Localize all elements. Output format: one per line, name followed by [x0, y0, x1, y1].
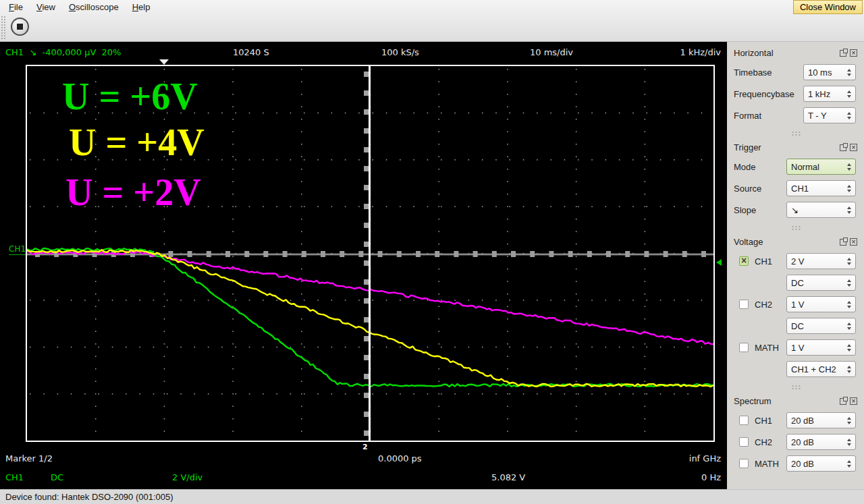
ch1-spinbox[interactable]: 20 dB [786, 412, 856, 428]
trigger-slope-icon: ↘ [29, 47, 36, 57]
ch2-checkbox[interactable] [739, 437, 749, 447]
ch1-ch2-spinbox[interactable]: CH1 + CH2 [786, 361, 856, 377]
scope-footer-markers: Marker 1/2 0.0000 ps inf GHz [0, 453, 727, 466]
source-spinbox[interactable]: CH1 [786, 180, 856, 196]
section-trigger: TriggerModeNormalSourceCH1Slope↘ [727, 136, 864, 219]
undock-icon[interactable] [840, 239, 846, 246]
spinbox-value: DC [787, 278, 845, 288]
spin-down-icon[interactable] [847, 422, 851, 424]
spin-up-icon[interactable] [847, 258, 851, 260]
spin-down-icon[interactable] [847, 95, 851, 98]
spin-up-icon[interactable] [847, 206, 851, 209]
spin-up-icon[interactable] [847, 366, 851, 368]
mode-spinbox[interactable]: Normal [786, 159, 856, 175]
panel-row: DC [734, 317, 856, 335]
row-label: Frequencybase [734, 89, 803, 99]
math-checkbox[interactable] [739, 459, 749, 468]
section-spectrum: SpectrumCH120 dBCH220 dBMATH20 dB [727, 390, 864, 472]
spin-up-icon[interactable] [847, 417, 851, 420]
spin-up-icon[interactable] [847, 301, 851, 304]
status-text: Device found: Hantek DSO-2090 (001:005) [5, 492, 173, 502]
panel-row: CH120 dB [734, 412, 856, 429]
spin-down-icon[interactable] [847, 443, 851, 446]
close-section-icon[interactable] [850, 144, 857, 151]
scope-timebase-readout: 10 ms/div [530, 47, 573, 57]
ch1-checkbox[interactable] [739, 416, 749, 425]
ch1-spinbox[interactable]: 2 V [786, 253, 856, 269]
panel-row: CH220 dB [734, 433, 856, 451]
math-spinbox[interactable]: 20 dB [786, 455, 856, 472]
dc-spinbox[interactable]: DC [786, 275, 856, 291]
toolbar [0, 13, 864, 41]
scope-offset-readout: -400,000 µV [43, 47, 97, 57]
spin-down-icon[interactable] [847, 262, 851, 265]
undock-icon[interactable] [840, 144, 846, 151]
spin-up-icon[interactable] [847, 344, 851, 347]
spinbox-value: 1 kHz [804, 89, 845, 99]
frequencybase-spinbox[interactable]: 1 kHz [803, 86, 856, 102]
spin-up-icon[interactable] [847, 185, 851, 188]
spin-up-icon[interactable] [847, 460, 851, 463]
spin-up-icon[interactable] [847, 439, 851, 441]
spin-down-icon[interactable] [847, 349, 851, 352]
dc-spinbox[interactable]: DC [786, 318, 856, 334]
math-spinbox[interactable]: 1 V [786, 339, 856, 356]
panel-row: CH12 V [734, 252, 856, 270]
menu-item-view[interactable]: View [36, 2, 55, 12]
spin-down-icon[interactable] [847, 327, 851, 330]
marker-line [369, 66, 371, 441]
row-label: Source [734, 184, 786, 194]
marker-2-tag[interactable]: 2 [362, 443, 368, 451]
panel-row: Slope↘ [734, 201, 856, 219]
ch1-checkbox[interactable] [739, 256, 749, 266]
spinbox-value: 2 V [787, 256, 845, 267]
channel-level-tag[interactable]: CH1 [9, 244, 26, 255]
spin-up-icon[interactable] [847, 323, 851, 325]
toolbar-grip-handle[interactable] [1, 16, 6, 39]
panel-row: DC [734, 274, 856, 291]
undock-icon[interactable] [840, 50, 846, 57]
spinbox-value: 20 dB [787, 459, 845, 469]
spin-up-icon[interactable] [847, 279, 851, 282]
trigger-level-arrow-icon[interactable] [716, 259, 722, 266]
format-spinbox[interactable]: T - Y [803, 107, 856, 123]
marker-frequency-readout: inf GHz [689, 453, 721, 464]
undock-icon[interactable] [840, 398, 846, 405]
spin-up-icon[interactable] [847, 112, 851, 115]
close-section-icon[interactable] [850, 49, 857, 57]
spin-down-icon[interactable] [847, 117, 851, 119]
spin-up-icon[interactable] [847, 90, 851, 93]
ch2-checkbox[interactable] [739, 300, 749, 309]
math-checkbox[interactable] [739, 343, 749, 352]
timebase-spinbox[interactable]: 10 ms [803, 64, 856, 80]
slope-spinbox[interactable]: ↘ [786, 202, 856, 218]
spin-down-icon[interactable] [847, 284, 851, 287]
spin-down-icon[interactable] [847, 190, 851, 192]
spin-down-icon[interactable] [847, 370, 851, 373]
section-resize-handle[interactable] [791, 385, 801, 389]
spinbox-value: Normal [787, 162, 845, 172]
spin-down-icon[interactable] [847, 211, 851, 214]
spin-down-icon[interactable] [847, 465, 851, 468]
section-resize-handle[interactable] [791, 225, 801, 230]
spin-up-icon[interactable] [847, 69, 851, 72]
menu-item-oscilloscope[interactable]: Oscilloscope [69, 2, 119, 12]
menu-item-file[interactable]: File [9, 2, 23, 12]
section-resize-handle[interactable] [791, 131, 801, 136]
spin-down-icon[interactable] [847, 306, 851, 308]
stop-capture-button[interactable] [11, 18, 29, 36]
row-label: MATH [755, 459, 786, 469]
spin-down-icon[interactable] [847, 168, 851, 171]
panel-row: Timebase10 ms [734, 63, 856, 81]
ch2-spinbox[interactable]: 1 V [786, 296, 856, 312]
ch2-spinbox[interactable]: 20 dB [786, 434, 856, 450]
spin-down-icon[interactable] [847, 74, 851, 76]
close-section-icon[interactable] [850, 238, 857, 246]
marker-label: Marker 1/2 [5, 453, 53, 464]
trigger-position-marker-icon[interactable] [159, 59, 169, 65]
close-section-icon[interactable] [850, 397, 857, 405]
panel-row: FormatT - Y [734, 107, 856, 124]
spin-up-icon[interactable] [847, 163, 851, 166]
close-window-button[interactable]: Close Window [793, 0, 863, 14]
menu-item-help[interactable]: Help [132, 2, 151, 12]
